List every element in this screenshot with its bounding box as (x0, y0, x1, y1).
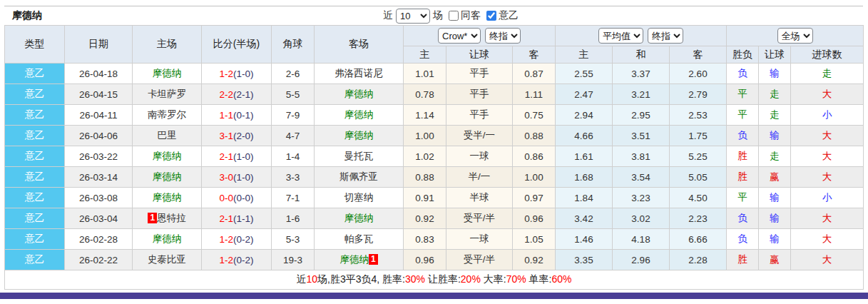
matches-unit-label: 场 (433, 9, 443, 22)
subheader-result-wdl: 胜负 (727, 46, 759, 64)
score-fulltime: 2-1 (219, 213, 233, 224)
cell-home-team: 摩德纳 (133, 229, 202, 250)
score-halftime: (1-0) (233, 151, 254, 162)
cell-avg-2: 2.60 (670, 64, 727, 84)
cell-corner: 1-6 (272, 208, 315, 229)
cell-odds-1: 平手 (446, 105, 513, 126)
cell-odds-2: 1.00 (513, 167, 556, 188)
cell-result-1: 走 (759, 84, 791, 105)
cell-away-team: 摩德纳 (315, 84, 404, 105)
scope-select[interactable]: 全场 (777, 28, 813, 44)
league-filter-toggle[interactable]: 意乙 (484, 9, 519, 22)
cell-away-team: 弗洛西诺尼 (315, 64, 404, 84)
summary-segment: 近 (297, 273, 307, 285)
cell-avg-1: 4.18 (613, 229, 670, 250)
score-fulltime: 1-2 (219, 255, 233, 265)
cell-home-team: 卡坦萨罗 (133, 84, 202, 105)
score-fulltime: 1-2 (219, 234, 233, 245)
cell-avg-0: 1.84 (556, 188, 613, 208)
cell-odds-1: 一球 (446, 146, 513, 167)
cell-avg-0: 4.66 (556, 126, 613, 146)
summary-segment: 10 (307, 273, 318, 285)
league-filter-checkbox[interactable] (486, 11, 496, 21)
team-name: 帕多瓦 (344, 233, 374, 244)
col-header-date: 日期 (65, 26, 133, 64)
cell-result-2: 大 (791, 146, 864, 167)
cell-odds-2: 0.97 (513, 188, 556, 208)
same-away-checkbox[interactable] (449, 11, 459, 21)
cell-result-2: 大 (791, 126, 864, 146)
score-fulltime: 3-1 (219, 131, 233, 141)
score-fulltime: 0-0 (219, 193, 233, 203)
subheader-result-goals: 进球数 (791, 46, 864, 64)
subheader-odds-line: 让球 (446, 46, 513, 64)
cell-result-0: 平 (727, 84, 759, 105)
cell-avg-2: 6.66 (670, 229, 727, 250)
team-name: 摩德纳 (344, 130, 374, 141)
cell-result-0: 胜 (727, 167, 759, 188)
team-name: 摩德纳 (344, 88, 374, 99)
page-title: 摩德纳 (4, 9, 42, 22)
cell-avg-0: 2.55 (556, 64, 613, 84)
cell-home-team: 巴里 (133, 126, 202, 146)
same-away-toggle[interactable]: 同客 (446, 9, 481, 22)
odds-stage-select[interactable]: 终指 (485, 28, 521, 44)
cell-avg-2: 2.28 (670, 250, 727, 270)
summary-segment: 场,胜3平3负4, 胜率: (317, 273, 405, 285)
team-name: 巴里 (158, 130, 177, 141)
team-name: 斯佩齐亚 (339, 171, 378, 182)
cell-result-0: 平 (727, 188, 759, 208)
odds-provider-select[interactable]: Crow* (438, 28, 481, 44)
cell-odds-2: 0.92 (513, 250, 556, 270)
cell-avg-1: 3.37 (613, 64, 670, 84)
cell-score: 1-2(0-2) (202, 229, 272, 250)
cell-result-0: 负 (727, 208, 759, 229)
cell-result-0: 胜 (727, 250, 759, 270)
cell-avg-0: 3.42 (556, 208, 613, 229)
cell-avg-2: 4.50 (670, 188, 727, 208)
cell-odds-2: 0.96 (513, 208, 556, 229)
cell-avg-2: 2.79 (670, 84, 727, 105)
cell-result-2: 小 (791, 105, 864, 126)
cell-odds-0: 0.88 (404, 167, 446, 188)
cell-away-team: 摩德纳 (315, 105, 404, 126)
cell-home-team: 摩德纳 (133, 167, 202, 188)
score-fulltime: 3-0 (219, 172, 233, 183)
cell-odds-1: 受平/半 (446, 208, 513, 229)
cell-odds-2: 0.86 (513, 146, 556, 167)
cell-date: 26-04-15 (65, 84, 133, 105)
avg-type-select[interactable]: 平均值 (598, 28, 643, 44)
subheader-avg-away: 客 (670, 46, 727, 64)
cell-odds-0: 1.02 (404, 146, 446, 167)
cell-away-team: 摩德纳1 (315, 250, 404, 270)
cell-avg-2: 5.25 (670, 146, 727, 167)
team-name: 切塞纳 (344, 192, 374, 203)
cell-odds-0: 0.78 (404, 84, 446, 105)
score-fulltime: 1-1 (219, 110, 233, 121)
cell-score: 3-1(2-0) (202, 126, 272, 146)
cell-result-1: 输 (759, 188, 791, 208)
col-header-score: 比分(半场) (202, 26, 272, 64)
cell-league-type: 意乙 (5, 146, 65, 167)
cell-result-2: 小 (791, 188, 864, 208)
team-name: 摩德纳 (339, 254, 369, 265)
cell-odds-2: 0.75 (513, 105, 556, 126)
match-row: 意乙26-02-22史泰比亚1-2(0-2)19-3摩德纳10.96受平/半0.… (5, 250, 864, 270)
cell-result-1: 输 (759, 64, 791, 84)
recent-label: 近 (383, 9, 393, 22)
rank-badge: 1 (369, 254, 378, 265)
cell-result-0: 负 (727, 64, 759, 84)
cell-result-2: 走 (791, 64, 864, 84)
cell-result-0: 负 (727, 229, 759, 250)
recent-count-select[interactable]: 10 (396, 9, 430, 24)
cell-odds-2: 0.88 (513, 126, 556, 146)
avg-stage-select[interactable]: 终指 (648, 28, 683, 44)
cell-result-2: 大 (791, 208, 864, 229)
team-name: 曼托瓦 (344, 151, 374, 161)
match-rows: 意乙26-04-18摩德纳1-2(1-0)2-6弗洛西诺尼1.01平手0.872… (5, 64, 864, 270)
cell-score: 1-1(0-1) (202, 105, 272, 126)
cell-result-1: 走 (759, 105, 791, 126)
subheader-odds-away: 客 (513, 46, 556, 64)
score-halftime: (0-2) (233, 255, 254, 265)
cell-league-type: 意乙 (5, 250, 65, 270)
